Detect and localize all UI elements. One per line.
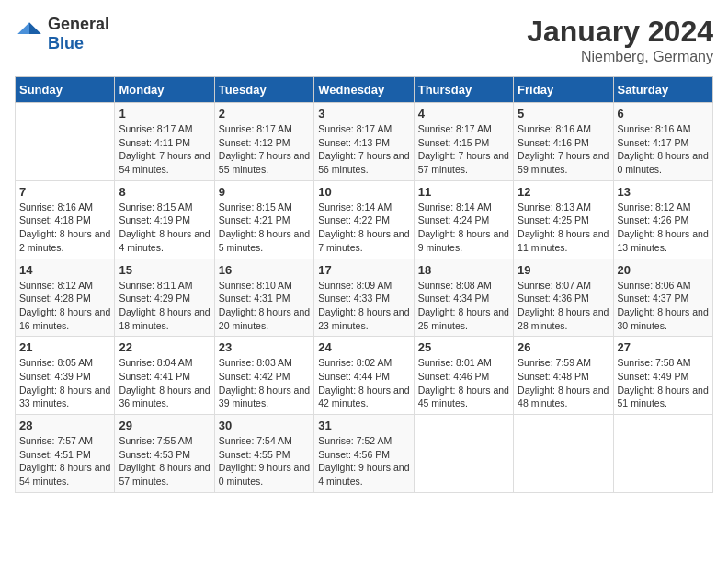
calendar-body: 1Sunrise: 8:17 AMSunset: 4:11 PMDaylight… <box>16 103 713 493</box>
calendar-table: SundayMondayTuesdayWednesdayThursdayFrid… <box>15 76 713 493</box>
day-number: 12 <box>518 185 609 199</box>
day-number: 28 <box>19 419 110 432</box>
calendar-cell: 5Sunrise: 8:16 AMSunset: 4:16 PMDaylight… <box>514 103 613 181</box>
logo: General Blue <box>15 15 109 53</box>
day-number: 5 <box>518 107 609 121</box>
calendar-cell <box>16 103 115 181</box>
calendar-cell: 30Sunrise: 7:54 AMSunset: 4:55 PMDayligh… <box>214 415 313 493</box>
day-number: 27 <box>618 340 709 354</box>
calendar-cell: 3Sunrise: 8:17 AMSunset: 4:13 PMDaylight… <box>314 103 414 181</box>
calendar-cell: 2Sunrise: 8:17 AMSunset: 4:12 PMDaylight… <box>214 103 313 181</box>
calendar-cell: 6Sunrise: 8:16 AMSunset: 4:17 PMDaylight… <box>613 103 712 181</box>
day-header-sunday: Sunday <box>16 77 115 103</box>
day-number: 7 <box>19 185 110 199</box>
day-detail: Sunrise: 8:01 AMSunset: 4:46 PMDaylight:… <box>418 356 509 410</box>
day-number: 23 <box>219 340 310 354</box>
logo-icon <box>15 19 44 49</box>
day-detail: Sunrise: 8:11 AMSunset: 4:29 PMDaylight:… <box>119 279 210 333</box>
day-number: 2 <box>219 107 310 121</box>
day-header-friday: Friday <box>514 77 613 103</box>
day-detail: Sunrise: 7:55 AMSunset: 4:53 PMDaylight:… <box>119 434 210 488</box>
day-number: 15 <box>119 263 210 277</box>
day-detail: Sunrise: 7:58 AMSunset: 4:49 PMDaylight:… <box>618 356 709 410</box>
calendar-cell: 26Sunrise: 7:59 AMSunset: 4:48 PMDayligh… <box>514 337 613 415</box>
calendar-week-1: 1Sunrise: 8:17 AMSunset: 4:11 PMDaylight… <box>16 103 713 181</box>
calendar-cell: 29Sunrise: 7:55 AMSunset: 4:53 PMDayligh… <box>115 415 214 493</box>
day-header-thursday: Thursday <box>414 77 513 103</box>
calendar-cell: 9Sunrise: 8:15 AMSunset: 4:21 PMDaylight… <box>214 180 313 259</box>
day-number: 13 <box>618 185 709 199</box>
day-number: 29 <box>119 419 210 432</box>
day-detail: Sunrise: 8:02 AMSunset: 4:44 PMDaylight:… <box>318 356 409 410</box>
svg-marker-0 <box>29 22 41 34</box>
day-header-saturday: Saturday <box>613 77 712 103</box>
day-number: 22 <box>119 340 210 354</box>
day-detail: Sunrise: 8:17 AMSunset: 4:12 PMDaylight:… <box>219 122 310 177</box>
day-number: 8 <box>119 185 210 199</box>
calendar-cell: 25Sunrise: 8:01 AMSunset: 4:46 PMDayligh… <box>414 337 513 415</box>
day-header-wednesday: Wednesday <box>314 77 414 103</box>
day-number: 3 <box>318 107 409 121</box>
day-number: 11 <box>418 185 509 199</box>
day-detail: Sunrise: 8:16 AMSunset: 4:16 PMDaylight:… <box>518 122 609 177</box>
day-detail: Sunrise: 8:17 AMSunset: 4:13 PMDaylight:… <box>318 122 409 177</box>
calendar-cell: 12Sunrise: 8:13 AMSunset: 4:25 PMDayligh… <box>514 180 613 259</box>
day-detail: Sunrise: 8:04 AMSunset: 4:41 PMDaylight:… <box>119 356 210 410</box>
calendar-cell: 23Sunrise: 8:03 AMSunset: 4:42 PMDayligh… <box>214 337 313 415</box>
calendar-cell: 13Sunrise: 8:12 AMSunset: 4:26 PMDayligh… <box>613 180 712 259</box>
day-header-tuesday: Tuesday <box>214 77 313 103</box>
day-detail: Sunrise: 8:12 AMSunset: 4:28 PMDaylight:… <box>19 279 110 333</box>
day-number: 16 <box>219 263 310 277</box>
day-detail: Sunrise: 8:13 AMSunset: 4:25 PMDaylight:… <box>518 201 609 255</box>
day-number: 4 <box>418 107 509 121</box>
day-number: 6 <box>618 107 709 121</box>
calendar-week-5: 28Sunrise: 7:57 AMSunset: 4:51 PMDayligh… <box>16 415 713 493</box>
day-detail: Sunrise: 8:14 AMSunset: 4:22 PMDaylight:… <box>318 201 409 255</box>
day-detail: Sunrise: 8:09 AMSunset: 4:33 PMDaylight:… <box>318 279 409 333</box>
day-number: 21 <box>19 340 110 354</box>
calendar-cell: 18Sunrise: 8:08 AMSunset: 4:34 PMDayligh… <box>414 259 513 337</box>
calendar-cell: 15Sunrise: 8:11 AMSunset: 4:29 PMDayligh… <box>115 259 214 337</box>
calendar-header-row: SundayMondayTuesdayWednesdayThursdayFrid… <box>16 77 713 103</box>
calendar-cell: 16Sunrise: 8:10 AMSunset: 4:31 PMDayligh… <box>214 259 313 337</box>
day-number: 10 <box>318 185 409 199</box>
day-detail: Sunrise: 8:16 AMSunset: 4:18 PMDaylight:… <box>19 201 110 255</box>
calendar-week-4: 21Sunrise: 8:05 AMSunset: 4:39 PMDayligh… <box>16 337 713 415</box>
day-detail: Sunrise: 7:52 AMSunset: 4:56 PMDaylight:… <box>318 434 409 488</box>
day-detail: Sunrise: 8:14 AMSunset: 4:24 PMDaylight:… <box>418 201 509 255</box>
calendar-cell: 4Sunrise: 8:17 AMSunset: 4:15 PMDaylight… <box>414 103 513 181</box>
title-block: January 2024 Niemberg, Germany <box>527 15 713 65</box>
day-number: 26 <box>518 340 609 354</box>
day-detail: Sunrise: 8:15 AMSunset: 4:19 PMDaylight:… <box>119 201 210 255</box>
day-header-monday: Monday <box>115 77 214 103</box>
day-detail: Sunrise: 8:17 AMSunset: 4:11 PMDaylight:… <box>119 122 210 177</box>
calendar-cell <box>414 415 513 493</box>
calendar-cell: 7Sunrise: 8:16 AMSunset: 4:18 PMDaylight… <box>16 180 115 259</box>
svg-marker-1 <box>17 22 29 34</box>
day-detail: Sunrise: 8:10 AMSunset: 4:31 PMDaylight:… <box>219 279 310 333</box>
calendar-cell: 24Sunrise: 8:02 AMSunset: 4:44 PMDayligh… <box>314 337 414 415</box>
calendar-cell: 22Sunrise: 8:04 AMSunset: 4:41 PMDayligh… <box>115 337 214 415</box>
day-detail: Sunrise: 8:03 AMSunset: 4:42 PMDaylight:… <box>219 356 310 410</box>
calendar-cell <box>514 415 613 493</box>
calendar-week-2: 7Sunrise: 8:16 AMSunset: 4:18 PMDaylight… <box>16 180 713 259</box>
day-detail: Sunrise: 8:06 AMSunset: 4:37 PMDaylight:… <box>618 279 709 333</box>
logo-text: General Blue <box>48 15 109 53</box>
calendar-cell: 31Sunrise: 7:52 AMSunset: 4:56 PMDayligh… <box>314 415 414 493</box>
day-number: 17 <box>318 263 409 277</box>
logo-blue: Blue <box>48 34 84 52</box>
calendar-cell: 28Sunrise: 7:57 AMSunset: 4:51 PMDayligh… <box>16 415 115 493</box>
day-detail: Sunrise: 8:17 AMSunset: 4:15 PMDaylight:… <box>418 122 509 177</box>
calendar-cell: 14Sunrise: 8:12 AMSunset: 4:28 PMDayligh… <box>16 259 115 337</box>
day-detail: Sunrise: 8:08 AMSunset: 4:34 PMDaylight:… <box>418 279 509 333</box>
calendar-week-3: 14Sunrise: 8:12 AMSunset: 4:28 PMDayligh… <box>16 259 713 337</box>
month-title: January 2024 <box>527 15 713 49</box>
day-number: 18 <box>418 263 509 277</box>
logo-general: General <box>48 15 109 33</box>
day-detail: Sunrise: 7:54 AMSunset: 4:55 PMDaylight:… <box>219 434 310 488</box>
calendar-cell: 19Sunrise: 8:07 AMSunset: 4:36 PMDayligh… <box>514 259 613 337</box>
day-number: 30 <box>219 419 310 432</box>
day-number: 24 <box>318 340 409 354</box>
day-detail: Sunrise: 8:07 AMSunset: 4:36 PMDaylight:… <box>518 279 609 333</box>
page-header: General Blue January 2024 Niemberg, Germ… <box>15 15 713 65</box>
